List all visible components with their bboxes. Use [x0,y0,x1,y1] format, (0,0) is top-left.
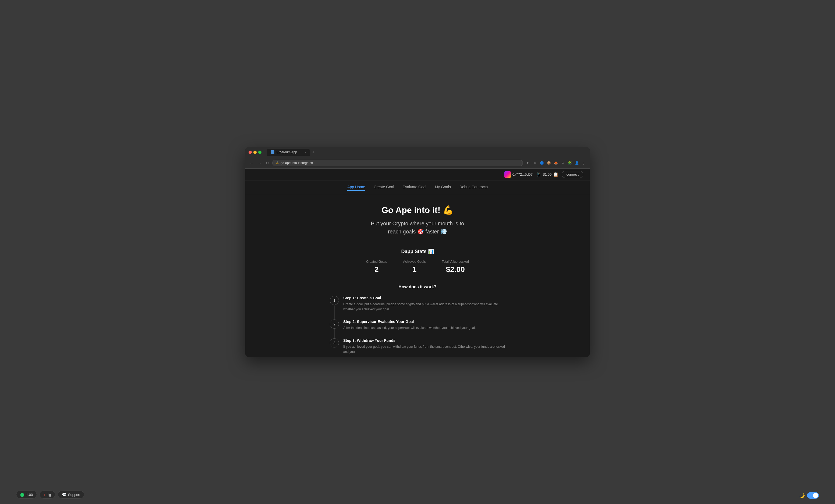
extension-icon-4[interactable]: ▽ [560,160,566,166]
hero-title: Go Ape into it! 💪 [252,205,583,215]
menu-icon[interactable]: ⋮ [581,160,587,166]
step-1-number: 1 [330,296,339,305]
hero-subtitle: Put your Crypto where your mouth is to r… [252,219,583,236]
how-it-works-section: How does it work? 1 Step 1: Create a Goa… [323,280,512,357]
tab-close-button[interactable]: × [305,151,306,154]
step-2-content: Step 2: Supervisor Evaluates Your Goal A… [343,319,475,338]
phone-icon: 📱 [536,172,541,177]
connect-button[interactable]: connect [562,171,583,178]
stats-grid: Created Goals 2 Achieved Goals 1 Total V… [252,260,583,274]
tab-title: Ethereum App [277,150,297,154]
nav-item-my-goals[interactable]: My Goals [435,184,451,191]
stat-achieved-goals: Achieved Goals 1 [403,260,426,274]
step-1-title: Step 1: Create a Goal [343,296,505,300]
browser-titlebar: Ethereum App × + [245,147,590,158]
support-badge[interactable]: 💬 Support [58,490,84,499]
step-2: 2 Step 2: Supervisor Evaluates Your Goal… [330,319,505,338]
gwei-badge[interactable]: ↑ 1g [40,490,55,499]
app-content: 0x772...5d57 📱 $1.50 📋 connect App Home … [245,169,590,357]
wallet-avatar [504,171,511,178]
wallet-address-display: 0x772...5d57 [504,171,533,178]
wallet-balance-text: $1.50 [543,172,552,176]
moon-icon: 🌙 [799,493,805,498]
step-1: 1 Step 1: Create a Goal Create a goal, p… [330,296,505,319]
nav-item-app-home[interactable]: App Home [347,184,365,191]
nav-item-create-goal[interactable]: Create Goal [374,184,394,191]
step-2-number: 2 [330,319,339,329]
nav-item-debug-contracts[interactable]: Debug Contracts [460,184,488,191]
browser-toolbar: ← → ↻ 🔒 go-ape-into-it.surge.sh ⬆ ☆ 🔵 📦 … [245,158,590,169]
dark-mode-toggle-track[interactable] [807,492,819,499]
back-button[interactable]: ← [248,160,254,166]
step-1-desc: Create a goal, put a deadline, pledge so… [343,302,505,312]
extension-icon-2[interactable]: 📦 [546,160,551,166]
reload-button[interactable]: ↻ [265,160,270,166]
gwei-value: 1g [47,493,51,497]
gas-icon: ⬤ [20,492,24,497]
url-text: go-ape-into-it.surge.sh [281,161,313,165]
step-1-content: Step 1: Create a Goal Create a goal, put… [343,296,505,319]
tab-bar: Ethereum App × + [267,149,587,156]
dark-mode-toggle-thumb [813,493,818,498]
gas-value: 1.00 [26,493,33,497]
stat-tvl: Total Value Locked $2.00 [442,260,469,274]
wallet-address-text: 0x772...5d57 [512,172,533,176]
stat-tvl-label: Total Value Locked [442,260,469,264]
gas-badge[interactable]: ⬤ 1.00 [16,490,37,499]
how-title: How does it work? [330,285,505,289]
stat-achieved-goals-label: Achieved Goals [403,260,426,264]
hero-subtitle-line1: Put your Crypto where your mouth is to [371,220,464,227]
stat-achieved-goals-value: 1 [403,265,426,274]
new-tab-button[interactable]: + [310,150,317,155]
nav-item-evaluate-goal[interactable]: Evaluate Goal [403,184,426,191]
maximize-button[interactable] [258,151,262,154]
wallet-balance-display: 📱 $1.50 📋 [536,172,559,177]
stat-created-goals-value: 2 [366,265,387,274]
minimize-button[interactable] [253,151,257,154]
gwei-icon: ↑ [44,492,45,497]
step-3-content: Step 3: Withdraw Your Funds If you achie… [343,338,505,357]
step-3-title: Step 3: Withdraw Your Funds [343,338,505,343]
support-label: Support [68,493,80,497]
steps-list: 1 Step 1: Create a Goal Create a goal, p… [330,296,505,357]
stat-created-goals-label: Created Goals [366,260,387,264]
bottom-bar: ⬤ 1.00 ↑ 1g 💬 Support [16,490,84,499]
hero-subtitle-line2: reach goals 🎯 faster 💨 [388,229,447,234]
wallet-bar: 0x772...5d57 📱 $1.50 📋 connect [245,169,590,181]
lock-icon: 🔒 [276,161,279,164]
forward-button[interactable]: → [257,160,263,166]
step-3-desc: If you achieved your goal, you can withd… [343,344,505,355]
profile-icon[interactable]: 👤 [574,160,579,166]
stats-section: Dapp Stats 📊 Created Goals 2 Achieved Go… [245,242,590,280]
extensions-button[interactable]: 🧩 [567,160,572,166]
step-3-number: 3 [330,338,339,348]
step-3: 3 Step 3: Withdraw Your Funds If you ach… [330,338,505,357]
extension-icon-1[interactable]: 🔵 [539,160,545,166]
active-tab[interactable]: Ethereum App × [267,149,310,156]
address-bar[interactable]: 🔒 go-ape-into-it.surge.sh [272,160,523,166]
support-icon: 💬 [62,492,66,497]
stats-title: Dapp Stats 📊 [252,249,583,254]
stat-created-goals: Created Goals 2 [366,260,387,274]
close-button[interactable] [248,151,252,154]
stat-tvl-value: $2.00 [442,265,469,274]
step-2-desc: After the deadline has passed, your supe… [343,326,475,331]
dark-mode-toggle: 🌙 [799,492,819,499]
hero-section: Go Ape into it! 💪 Put your Crypto where … [245,194,590,242]
main-nav: App Home Create Goal Evaluate Goal My Go… [245,181,590,194]
step-2-title: Step 2: Supervisor Evaluates Your Goal [343,319,475,324]
browser-toolbar-icons: ⬆ ☆ 🔵 📦 🦊 ▽ 🧩 👤 ⋮ [525,160,587,166]
tab-favicon [271,150,274,154]
share-icon[interactable]: ⬆ [525,160,530,166]
extension-icon-3[interactable]: 🦊 [553,160,558,166]
bookmark-icon[interactable]: ☆ [532,160,537,166]
wallet-icon: 📋 [553,172,558,177]
traffic-lights [248,151,262,154]
browser-window: Ethereum App × + ← → ↻ 🔒 go-ape-into-it.… [245,147,590,357]
